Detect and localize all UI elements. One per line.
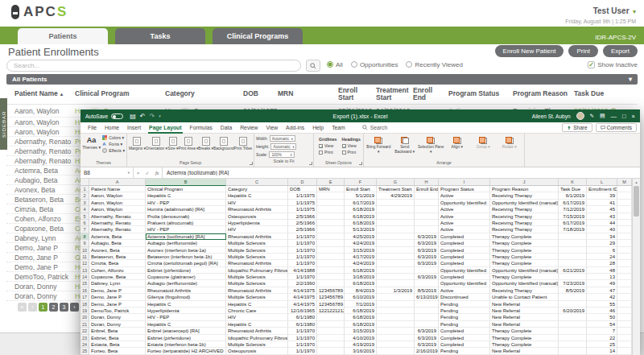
align-button[interactable]: Align ▾	[444, 135, 471, 150]
column-header-l[interactable]: L	[587, 179, 617, 186]
page-setup-dialog-launcher-icon[interactable]	[250, 162, 253, 165]
chevron-down-icon[interactable]: ▾	[128, 171, 130, 175]
cell-A16[interactable]: Demo, Jane P	[89, 287, 146, 294]
cell-K21[interactable]	[559, 321, 587, 328]
cell-D19[interactable]: 12/16/1965	[288, 308, 317, 314]
cell-E21[interactable]	[317, 321, 345, 328]
row-header-17[interactable]: 17	[80, 294, 89, 300]
cell-G16[interactable]: 1/3/2019	[377, 287, 415, 294]
row-header-16[interactable]: 16	[80, 287, 89, 294]
cell-M7[interactable]	[617, 226, 632, 233]
cell-G10[interactable]	[377, 247, 415, 254]
cell-L20[interactable]: 50	[587, 314, 617, 320]
cell-D9[interactable]: 1/1/1970	[288, 240, 317, 246]
cell-G12[interactable]	[377, 260, 415, 266]
export-button[interactable]: Export	[603, 45, 638, 57]
cell-B1[interactable]: Clinical Program	[146, 186, 226, 192]
cell-M5[interactable]	[617, 213, 632, 220]
cell-M19[interactable]	[617, 308, 632, 314]
width-dropdown[interactable]: Automatic▾	[270, 135, 295, 142]
cell-L24[interactable]: 25	[587, 341, 617, 348]
cell-L15[interactable]: 49	[587, 280, 617, 287]
cell-H11[interactable]: 6/3/2019	[415, 254, 439, 260]
cell-H16[interactable]: 8/5/2019	[415, 287, 439, 294]
cell-A19[interactable]: DemoToo, Patrick	[89, 308, 146, 314]
cell-E25[interactable]	[317, 348, 345, 354]
cell-F1[interactable]: Enroll Start	[345, 186, 377, 192]
cell-E23[interactable]	[317, 335, 345, 341]
cell-I21[interactable]: Pending	[439, 321, 490, 328]
print-area-button[interactable]: Print Area ▾	[179, 135, 199, 151]
cell-K12[interactable]	[559, 260, 587, 266]
row-header-6[interactable]: 6	[80, 220, 89, 226]
cell-H12[interactable]: 6/3/2019	[415, 260, 439, 266]
cell-A4[interactable]: Aaron, Waylon	[89, 206, 146, 213]
cell-F5[interactable]: 6/18/2019	[345, 213, 377, 220]
cell-F11[interactable]: 4/17/2019	[345, 254, 377, 260]
all-patients-bar[interactable]: All Patients ▾	[6, 74, 638, 85]
cell-H24[interactable]: 6/3/2019	[415, 341, 439, 348]
cell-G4[interactable]	[377, 206, 415, 213]
row-header-2[interactable]: 2	[80, 192, 89, 199]
cell-C16[interactable]: Rheumatoid Arthritis	[226, 287, 288, 294]
cell-E3[interactable]	[317, 200, 345, 206]
cell-G22[interactable]	[377, 328, 415, 334]
tab-clinical-programs[interactable]: Clinical Programs	[213, 28, 303, 44]
cell-C13[interactable]: Idiopathic Pulmonary Fibrosis	[226, 267, 288, 274]
cell-I9[interactable]: Completed	[439, 240, 490, 246]
cancel-icon[interactable]: ×	[137, 171, 140, 175]
cell-F7[interactable]: 5/13/2019	[345, 226, 377, 233]
effects-button[interactable]: Effects ▾	[102, 148, 125, 153]
cell-D11[interactable]: 1/1/1970	[288, 254, 317, 260]
cell-B18[interactable]: Hepatitis C	[146, 301, 226, 308]
column-header-c[interactable]: C	[226, 179, 288, 186]
cell-I4[interactable]: Active	[439, 206, 490, 213]
cell-M1[interactable]	[617, 186, 632, 192]
selection-pane-button[interactable]: Selection Pane ▾	[418, 135, 444, 154]
cell-M6[interactable]	[617, 220, 632, 226]
cell-J7[interactable]: Receiving Therapy	[490, 226, 559, 233]
cell-J19[interactable]: New Referral	[490, 308, 559, 314]
cell-I1[interactable]: Program Status	[439, 186, 490, 192]
row-header-14[interactable]: 14	[80, 274, 89, 280]
page-button--[interactable]: «	[18, 303, 27, 312]
cell-J3[interactable]: Opportunity Identified (manual)	[490, 200, 559, 206]
cell-A1[interactable]: Patient Name	[89, 186, 146, 192]
row-header-10[interactable]: 10	[80, 247, 89, 254]
cell-L12[interactable]: 28	[587, 260, 617, 266]
cell-D15[interactable]: 2/2/1990	[288, 280, 317, 287]
cell-M17[interactable]	[617, 294, 632, 300]
cell-J4[interactable]: Receiving Therapy	[490, 206, 559, 213]
row-header-21[interactable]: 21	[80, 321, 89, 328]
cell-L8[interactable]: 34	[587, 233, 617, 240]
cell-K1[interactable]: Task Due	[559, 186, 587, 192]
cell-J24[interactable]: Therapy Complete	[490, 341, 559, 348]
cell-C8[interactable]: Rheumatoid Arthritis	[226, 233, 288, 240]
cell-B15[interactable]: Aubagio (teriflunomide)	[146, 280, 226, 287]
cell-D23[interactable]: 1/1/1970	[288, 335, 317, 341]
cell-H9[interactable]: 6/3/2019	[415, 240, 439, 246]
cell-F25[interactable]: 3/16/2019	[345, 348, 377, 354]
cell-K16[interactable]: 8/5/2019	[559, 287, 587, 294]
cell-L18[interactable]: 55	[587, 301, 617, 308]
radio-icon[interactable]	[351, 61, 357, 68]
cell-E19[interactable]: 1221221212	[317, 308, 345, 314]
print-button[interactable]: Print	[568, 45, 597, 57]
cell-J10[interactable]: Therapy Complete	[490, 247, 559, 254]
ribbon-display-icon[interactable]: ▤	[600, 113, 605, 119]
cell-I17[interactable]: Discontinued	[439, 294, 490, 300]
page-button-3[interactable]: 3	[60, 303, 68, 312]
column-header-patient-name[interactable]: Patient Name ▲	[6, 90, 75, 97]
cell-H5[interactable]	[415, 213, 439, 220]
column-header-i[interactable]: I	[439, 179, 490, 186]
cell-F14[interactable]: 3/18/2019	[345, 274, 377, 280]
row-header-7[interactable]: 7	[80, 226, 89, 233]
column-header-k[interactable]: K	[559, 179, 587, 186]
cell-L22[interactable]: 7	[587, 328, 617, 334]
cell-K9[interactable]	[559, 240, 587, 246]
cell-J16[interactable]: Receiving Therapy	[490, 287, 559, 294]
cell-C2[interactable]: Hepatitis C	[226, 192, 288, 199]
cell-J15[interactable]: Opportunity Identified (manual)	[490, 280, 559, 287]
cell-F23[interactable]: 4/10/2019	[345, 335, 377, 341]
ribbon-tab-home[interactable]: Home	[101, 122, 123, 134]
